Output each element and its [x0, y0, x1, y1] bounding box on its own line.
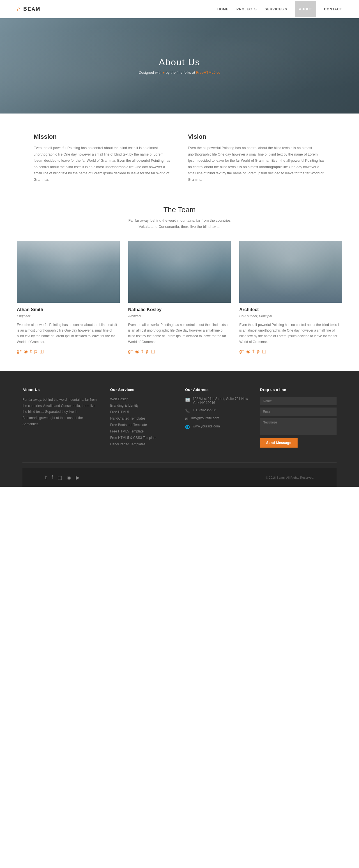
logo-text: BEAM [23, 6, 40, 12]
nav-item-contact[interactable]: CONTACT [324, 7, 342, 11]
address-phone-item: 📞 + 1235/2355 98 [185, 408, 249, 413]
team-role-3: Co-Founder, Principal [239, 313, 342, 319]
twitter-icon-3[interactable]: 𝕥 [252, 349, 255, 354]
heart-icon: ♥ [162, 70, 164, 74]
hero-subtitle: Designed with ♥ by the fine folks at Fre… [139, 70, 220, 74]
footer-divider [23, 462, 336, 463]
footer-services-list: Web Design Branding & Identity Free HTML… [110, 397, 174, 446]
twitter-icon-1[interactable]: 𝕥 [30, 349, 32, 354]
mission-title: Mission [34, 133, 171, 141]
nav-item-projects[interactable]: PROJECTS [236, 7, 257, 11]
pinterest-icon-3[interactable]: 𝕡 [257, 349, 260, 354]
address-email: info@yoursite.com [191, 416, 219, 420]
building-icon: 🏢 [185, 397, 190, 402]
pinterest-icon-2[interactable]: 𝕡 [146, 349, 149, 354]
freehtml5-link[interactable]: FreeHTML5.co [196, 70, 220, 74]
footer-contact-title: Drop us a line [260, 388, 336, 392]
dribbble-footer-icon[interactable]: ◉ [67, 474, 71, 480]
team-role-2: Architect [128, 313, 231, 319]
team-image-3 [239, 241, 342, 303]
address-website-item: 🌐 www.yoursite.com [185, 424, 249, 429]
instagram-icon-2[interactable]: ◫ [151, 349, 155, 354]
contact-name-input[interactable] [260, 397, 336, 405]
twitter-footer-icon[interactable]: 𝕥 [45, 474, 47, 480]
phone-icon: 📞 [185, 408, 190, 413]
vision-body: Even the all-powerful Pointing has no co… [188, 145, 325, 183]
social-icons-1: g⁺ ◉ 𝕥 𝕡 ◫ [17, 349, 120, 354]
footer-address-title: Our Address [185, 388, 249, 392]
vision-title: Vision [188, 133, 325, 141]
footer: About Us Far far away, behind the word m… [0, 371, 359, 487]
pinterest-icon-1[interactable]: 𝕡 [34, 349, 37, 354]
vision-section: Vision Even the all-powerful Pointing ha… [188, 133, 325, 183]
mission-section: Mission Even the all-powerful Pointing h… [34, 133, 171, 183]
nav-item-services[interactable]: SERVICES ▾ [265, 7, 287, 11]
address-website: www.yoursite.com [193, 424, 220, 428]
service-item-2[interactable]: Free HTML5 [110, 410, 174, 414]
team-name-2: Nathalie Kosley [128, 307, 231, 312]
footer-services-title: Our Services [110, 388, 174, 392]
team-subtitle: Far far away, behind the word mountains,… [17, 217, 342, 230]
hero-title: About Us [159, 57, 200, 67]
navbar: ⌂ BEAM HOME PROJECTS SERVICES ▾ ABOUT CO… [0, 0, 359, 18]
team-bio-1: Even the all-powerful Pointing has no co… [17, 322, 120, 345]
footer-services: Our Services Web Design Branding & Ident… [110, 388, 174, 448]
send-message-button[interactable]: Send Message [260, 438, 297, 447]
contact-form: Send Message [260, 397, 336, 447]
address-email-item: ✉ info@yoursite.com [185, 416, 249, 421]
dribbble-icon-1[interactable]: ◉ [24, 349, 28, 354]
footer-contact: Drop us a line Send Message [260, 388, 336, 448]
service-item-1[interactable]: Branding & Identity [110, 403, 174, 407]
footer-about-title: About Us [23, 388, 99, 392]
address-street: 198 West 21th Street, Suite 721 New York… [193, 397, 249, 405]
mission-body: Even the all-powerful Pointing has no co… [34, 145, 171, 183]
team-bio-2: Even the all-powerful Pointing has no co… [128, 322, 231, 345]
social-icons-3: g⁺ ◉ 𝕥 𝕡 ◫ [239, 349, 342, 354]
email-icon: ✉ [185, 416, 188, 421]
logo-icon: ⌂ [17, 5, 21, 12]
dribbble-icon-3[interactable]: ◉ [246, 349, 250, 354]
google-plus-icon-1[interactable]: g⁺ [17, 349, 22, 354]
team-title: The Team [17, 206, 342, 214]
contact-message-input[interactable] [260, 418, 336, 435]
google-plus-icon-3[interactable]: g⁺ [239, 349, 244, 354]
instagram-footer-icon[interactable]: ◫ [58, 474, 62, 480]
footer-copyright: © 2016 Beam. All Rights Reserved. [266, 476, 314, 479]
service-item-7[interactable]: HandCrafted Templates [110, 442, 174, 446]
team-bio-3: Even the all-powerful Pointing has no co… [239, 322, 342, 345]
team-grid: Athan Smith Engineer Even the all-powerf… [17, 241, 342, 354]
dribbble-icon-2[interactable]: ◉ [135, 349, 139, 354]
contact-email-input[interactable] [260, 407, 336, 416]
footer-about: About Us Far far away, behind the word m… [23, 388, 99, 448]
youtube-footer-icon[interactable]: ▶ [76, 474, 80, 480]
footer-social-links: 𝕥 f ◫ ◉ ▶ [45, 474, 80, 480]
team-image-1 [17, 241, 120, 303]
service-item-6[interactable]: Free HTML5 & CSS3 Template [110, 436, 174, 440]
instagram-icon-3[interactable]: ◫ [262, 349, 266, 354]
footer-grid: About Us Far far away, behind the word m… [23, 388, 336, 462]
team-name-3: Architect [239, 307, 342, 312]
footer-about-body: Far far away, behind the word mountains,… [23, 397, 99, 427]
globe-icon: 🌐 [185, 425, 190, 429]
address-phone: + 1235/2355 98 [193, 408, 216, 412]
service-item-5[interactable]: Free HTML5 Template [110, 429, 174, 433]
address-street-item: 🏢 198 West 21th Street, Suite 721 New Yo… [185, 397, 249, 405]
service-item-4[interactable]: Free Bootstrap Template [110, 423, 174, 427]
team-image-2 [128, 241, 231, 303]
footer-bottom: 𝕥 f ◫ ◉ ▶ © 2016 Beam. All Rights Reserv… [23, 468, 336, 487]
social-icons-2: g⁺ ◉ 𝕥 𝕡 ◫ [128, 349, 231, 354]
team-card-2: Nathalie Kosley Architect Even the all-p… [128, 241, 231, 354]
service-item-3[interactable]: HandCrafted Templates [110, 416, 174, 421]
team-card-1: Athan Smith Engineer Even the all-powerf… [17, 241, 120, 354]
logo[interactable]: ⌂ BEAM [17, 5, 40, 12]
instagram-icon-1[interactable]: ◫ [39, 349, 44, 354]
service-item-0[interactable]: Web Design [110, 397, 174, 401]
google-plus-icon-2[interactable]: g⁺ [128, 349, 133, 354]
nav-item-home[interactable]: HOME [217, 7, 229, 11]
nav-item-about[interactable]: ABOUT [295, 7, 317, 11]
team-section: The Team Far far away, behind the word m… [0, 197, 359, 371]
about-sections: Mission Even the all-powerful Pointing h… [0, 114, 359, 197]
facebook-footer-icon[interactable]: f [52, 474, 53, 480]
twitter-icon-2[interactable]: 𝕥 [141, 349, 143, 354]
nav-links: HOME PROJECTS SERVICES ▾ ABOUT CONTACT [217, 7, 342, 11]
